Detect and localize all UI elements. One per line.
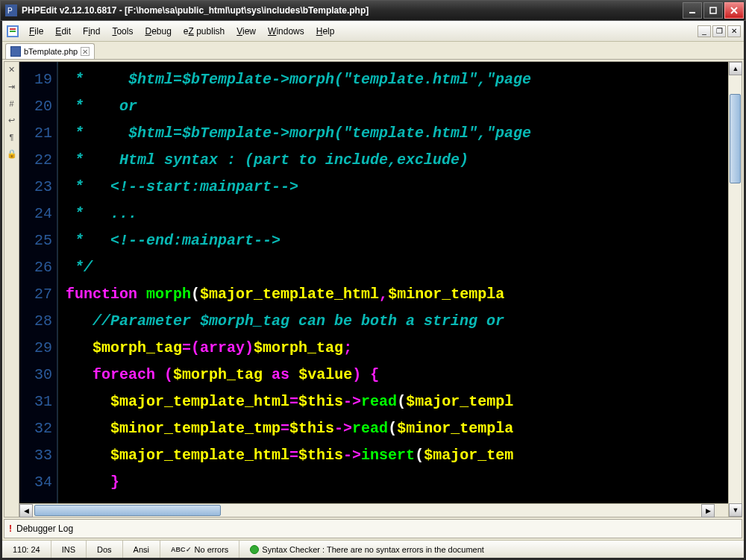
menu-windows[interactable]: Windows (262, 23, 310, 40)
menu-find[interactable]: Find (77, 23, 106, 40)
code-text-area[interactable]: * $html=$bTemplate->morph("template.html… (58, 62, 728, 503)
gutter-button[interactable]: ↩ (8, 116, 15, 125)
menu-ez-publish[interactable]: eZ publish (178, 23, 231, 40)
menu-debug[interactable]: Debug (139, 23, 177, 40)
menu-tools[interactable]: Tools (106, 23, 139, 40)
menu-edit[interactable]: Edit (49, 23, 77, 40)
vscroll-thumb[interactable] (730, 94, 741, 183)
check-ok-icon (250, 545, 259, 554)
spellcheck-icon: ABC✓ (171, 546, 192, 553)
status-position: 110: 24 (2, 541, 51, 558)
gutter-button[interactable]: ¶ (10, 133, 14, 142)
svg-text:P: P (7, 7, 13, 15)
svg-rect-8 (10, 28, 16, 30)
window-title: PHPEdit v2.12.10.6817 - [F:\home\sa\publ… (22, 5, 683, 16)
gutter-button[interactable]: ⇥ (8, 82, 15, 92)
file-tab[interactable]: bTemplate.php ✕ (5, 43, 95, 59)
menu-app-icon[interactable] (7, 25, 19, 37)
debugger-log-panel[interactable]: ! Debugger Log (4, 519, 742, 538)
gutter-button[interactable]: ✕ (8, 65, 15, 75)
svg-rect-2 (689, 12, 695, 13)
gutter-button[interactable]: # (9, 99, 13, 108)
menu-file[interactable]: File (23, 23, 49, 40)
mdi-restore-button[interactable]: ❐ (712, 25, 726, 37)
app-icon: P (5, 4, 17, 16)
hscroll-thumb[interactable] (34, 505, 221, 516)
editor-area: ✕⇥#↩¶🔒 19202122232425262728293031323334 … (4, 61, 742, 517)
vertical-gutter: ✕⇥#↩¶🔒 (4, 62, 19, 517)
horizontal-scrollbar[interactable]: ◀ ▶ (19, 503, 728, 517)
gutter-button[interactable]: 🔒 (7, 149, 17, 159)
mdi-minimize-button[interactable]: _ (698, 25, 711, 37)
line-number-gutter: 19202122232425262728293031323334 (19, 62, 58, 503)
status-errors[interactable]: ABC✓ No errors (160, 541, 239, 558)
titlebar[interactable]: P PHPEdit v2.12.10.6817 - [F:\home\sa\pu… (0, 0, 746, 21)
status-encoding[interactable]: Ansi (123, 541, 160, 558)
svg-rect-3 (710, 7, 716, 13)
scroll-right-button[interactable]: ▶ (701, 504, 715, 517)
close-button[interactable] (724, 2, 744, 19)
warning-icon: ! (9, 523, 12, 534)
svg-rect-9 (10, 31, 16, 32)
mdi-close-button[interactable]: ✕ (727, 25, 741, 37)
statusbar: 110: 24 INS Dos Ansi ABC✓ No errors Synt… (2, 540, 744, 558)
menu-view[interactable]: View (231, 23, 262, 40)
file-tabs: bTemplate.php ✕ (2, 42, 744, 60)
vertical-scrollbar[interactable]: ▲ ▼ (728, 62, 742, 517)
debugger-log-label: Debugger Log (16, 523, 73, 534)
maximize-button[interactable] (703, 2, 723, 19)
minimize-button[interactable] (683, 2, 702, 19)
php-file-icon (10, 46, 21, 57)
menu-help[interactable]: Help (310, 23, 341, 40)
status-syntax-checker[interactable]: Syntax Checker : There are no syntax err… (239, 541, 744, 558)
scroll-down-button[interactable]: ▼ (729, 503, 742, 517)
menubar: File Edit Find Tools Debug eZ publish Vi… (2, 21, 744, 42)
scroll-left-button[interactable]: ◀ (19, 504, 33, 517)
scroll-up-button[interactable]: ▲ (729, 62, 742, 75)
status-insert-mode[interactable]: INS (51, 541, 87, 558)
status-line-ending[interactable]: Dos (87, 541, 123, 558)
tab-close-icon[interactable]: ✕ (81, 47, 90, 56)
file-tab-label: bTemplate.php (24, 47, 78, 56)
